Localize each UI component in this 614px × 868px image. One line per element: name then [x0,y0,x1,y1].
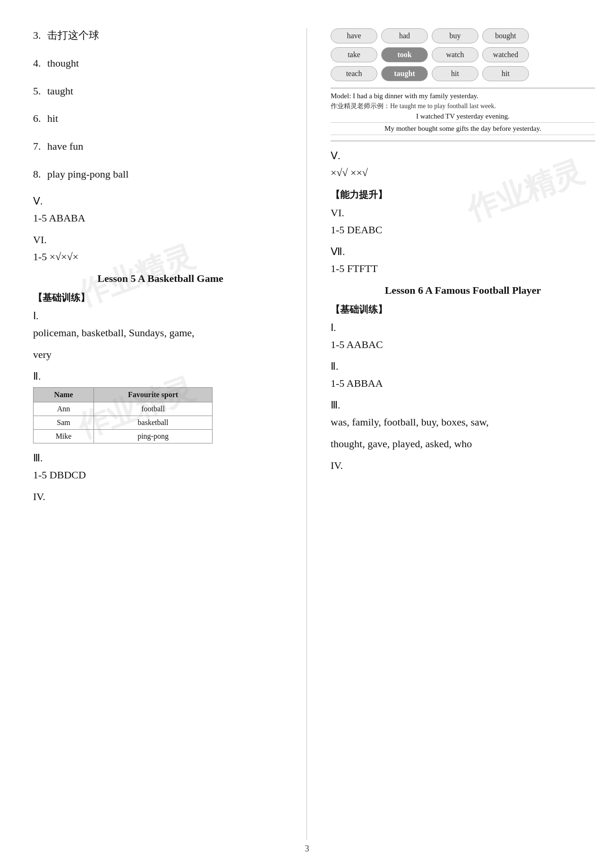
lesson5-iii-label: Ⅲ. [33,452,288,464]
section-v-answer: 1-5 ABABA [33,212,288,224]
lesson6-ii-answer: 1-5 ABBAA [331,377,595,390]
item-7-num: 7. [33,140,41,152]
lesson5-i-answer: policeman, basketball, Sundays, game, [33,327,288,339]
item-8-num: 8. [33,168,41,180]
nengli-label: 【能力提升】 [331,188,595,201]
model-sentence-1: I watched TV yesterday evening. [331,112,595,123]
word-took: took [381,47,428,62]
lesson5-iv-label: IV. [33,491,288,503]
word-grid: have had buy bought take took watch watc… [331,28,529,81]
table-cell-sport: basketball [94,416,213,429]
lesson6-iii-label: Ⅲ. [331,399,595,411]
word-hit2: hit [482,66,529,81]
table-cell-name: Mike [34,429,94,443]
item-6-text: hit [47,112,58,124]
item-6-num: 6. [33,112,41,124]
model-sentence-2: My mother bought some gifts the day befo… [331,125,595,135]
lesson6-i-label: Ⅰ. [331,322,595,334]
item-5-num: 5. [33,85,41,97]
lesson6-ii-label: Ⅱ. [331,360,595,373]
item-3-text: 击打这个球 [47,29,99,41]
model-example: 作业精灵老师示例：He taught me to play football l… [331,102,595,111]
page-number: 3 [305,844,309,854]
lesson5-ii-label: Ⅱ. [33,370,288,383]
section-vi-answer: 1-5 ×√×√× [33,251,288,263]
page: 3. 击打这个球 4. thought 5. taught 6. hit 7. … [0,0,614,868]
right-section-vi-answer: 1-5 DEABC [331,224,595,236]
table-row: Mike ping-pong [34,429,213,443]
lesson5-i-answer2: very [33,349,288,361]
word-had: had [381,28,428,43]
item-4: 4. thought [33,56,288,71]
lesson6-iv-label: IV. [331,460,595,472]
right-section-vii-label: Ⅶ. [331,246,595,258]
table-header-name: Name [34,387,94,402]
item-8-text: play ping-pong ball [47,168,128,180]
table-cell-name: Ann [34,402,94,416]
item-7-text: have fun [47,140,83,152]
right-section-vii-answer: 1-5 FTFTT [331,263,595,275]
table-cell-sport: ping-pong [94,429,213,443]
lesson5-i-label: Ⅰ. [33,310,288,322]
right-section-vi-label: VI. [331,207,595,219]
word-watched: watched [482,47,529,62]
lesson6-bracket: 【基础训练】 [331,303,595,316]
word-taught: taught [381,66,428,81]
lesson6-i-answer: 1-5 AABAC [331,339,595,351]
sport-table: Name Favourite sport Ann football Sam ba… [33,387,213,443]
word-hit: hit [432,66,478,81]
model-box: Model: I had a big dinner with my family… [331,88,595,141]
left-column: 3. 击打这个球 4. thought 5. taught 6. hit 7. … [0,28,307,840]
item-6: 6. hit [33,111,288,126]
lesson5-bracket: 【基础训练】 [33,291,288,304]
item-4-num: 4. [33,57,41,69]
item-5-text: taught [47,85,73,97]
table-row: Ann football [34,402,213,416]
lesson5-title: Lesson 5 A Basketball Game [33,272,288,285]
item-5: 5. taught [33,84,288,99]
right-section-v-label: Ⅴ. [331,150,595,162]
table-header-sport: Favourite sport [94,387,213,402]
lesson5-iii-answer: 1-5 DBDCD [33,469,288,481]
lesson6-iii-answer2: thought, gave, played, asked, who [331,438,595,450]
section-v-label: Ⅴ. [33,195,288,207]
lesson6-title: Lesson 6 A Famous Football Player [331,284,595,297]
table-row: Sam basketball [34,416,213,429]
item-3-num: 3. [33,29,41,41]
word-take: take [331,47,377,62]
word-have: have [331,28,377,43]
model-label: Model: I had a big dinner with my family… [331,92,595,100]
section-vi-label: VI. [33,234,288,246]
right-column: have had buy bought take took watch watc… [307,28,614,840]
table-cell-sport: football [94,402,213,416]
table-cell-name: Sam [34,416,94,429]
item-8: 8. play ping-pong ball [33,167,288,182]
word-teach: teach [331,66,377,81]
word-bought: bought [482,28,529,43]
right-section-v-answer: ×√√ ××√ [331,167,595,179]
word-watch: watch [432,47,478,62]
lesson6-iii-answer1: was, family, football, buy, boxes, saw, [331,416,595,428]
item-4-text: thought [47,57,79,69]
item-7: 7. have fun [33,139,288,154]
word-buy: buy [432,28,478,43]
item-3: 3. 击打这个球 [33,28,288,43]
